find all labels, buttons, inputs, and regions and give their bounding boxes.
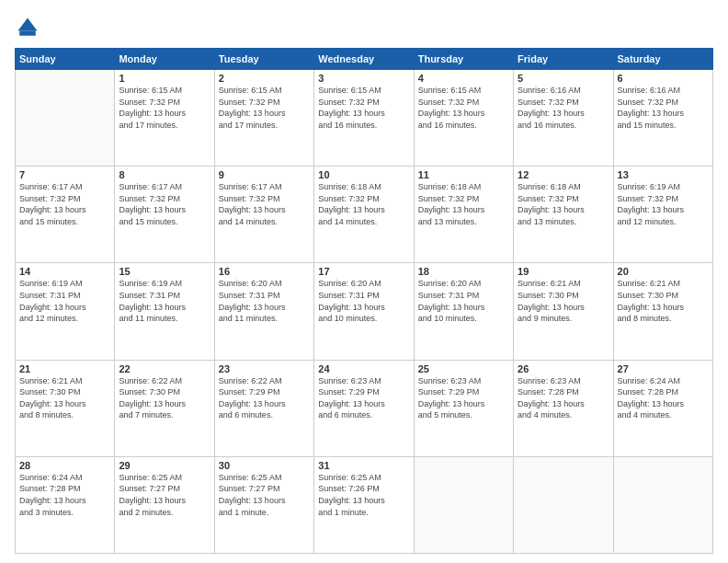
cell-info: Sunrise: 6:20 AM Sunset: 7:31 PM Dayligh…	[318, 278, 409, 324]
day-number: 19	[518, 266, 609, 277]
cell-info: Sunrise: 6:18 AM Sunset: 7:32 PM Dayligh…	[418, 181, 509, 227]
col-wednesday: Wednesday	[314, 49, 414, 70]
table-row: 29Sunrise: 6:25 AM Sunset: 7:27 PM Dayli…	[115, 456, 214, 553]
day-number: 10	[318, 169, 409, 180]
table-row: 14Sunrise: 6:19 AM Sunset: 7:31 PM Dayli…	[16, 263, 115, 360]
table-row	[414, 456, 513, 553]
cell-info: Sunrise: 6:22 AM Sunset: 7:29 PM Dayligh…	[219, 375, 310, 421]
cell-info: Sunrise: 6:17 AM Sunset: 7:32 PM Dayligh…	[219, 181, 310, 227]
table-row: 10Sunrise: 6:18 AM Sunset: 7:32 PM Dayli…	[314, 167, 414, 263]
table-row: 6Sunrise: 6:16 AM Sunset: 7:32 PM Daylig…	[613, 70, 712, 167]
day-number: 24	[318, 363, 409, 374]
day-number: 23	[219, 363, 310, 374]
day-number: 16	[219, 266, 310, 277]
table-row: 25Sunrise: 6:23 AM Sunset: 7:29 PM Dayli…	[414, 360, 513, 456]
day-number: 25	[418, 363, 509, 374]
cell-info: Sunrise: 6:19 AM Sunset: 7:32 PM Dayligh…	[618, 181, 709, 227]
table-row: 21Sunrise: 6:21 AM Sunset: 7:30 PM Dayli…	[16, 360, 115, 456]
day-number: 18	[418, 266, 509, 277]
day-number: 1	[119, 73, 210, 84]
day-number: 30	[219, 460, 310, 471]
day-number: 3	[318, 73, 409, 84]
table-row: 31Sunrise: 6:25 AM Sunset: 7:26 PM Dayli…	[314, 456, 414, 553]
cell-info: Sunrise: 6:15 AM Sunset: 7:32 PM Dayligh…	[318, 85, 409, 131]
calendar-header-row: Sunday Monday Tuesday Wednesday Thursday…	[16, 49, 713, 70]
table-row: 15Sunrise: 6:19 AM Sunset: 7:31 PM Dayli…	[115, 263, 214, 360]
table-row: 16Sunrise: 6:20 AM Sunset: 7:31 PM Dayli…	[214, 263, 313, 360]
table-row: 4Sunrise: 6:15 AM Sunset: 7:32 PM Daylig…	[414, 70, 513, 167]
table-row: 11Sunrise: 6:18 AM Sunset: 7:32 PM Dayli…	[414, 167, 513, 263]
calendar-week-row: 7Sunrise: 6:17 AM Sunset: 7:32 PM Daylig…	[16, 167, 713, 263]
table-row: 1Sunrise: 6:15 AM Sunset: 7:32 PM Daylig…	[115, 70, 214, 167]
header	[15, 15, 713, 40]
day-number: 28	[19, 460, 110, 471]
cell-info: Sunrise: 6:25 AM Sunset: 7:26 PM Dayligh…	[318, 472, 409, 518]
col-thursday: Thursday	[414, 49, 513, 70]
svg-marker-0	[18, 18, 38, 31]
calendar-week-row: 14Sunrise: 6:19 AM Sunset: 7:31 PM Dayli…	[16, 263, 713, 360]
cell-info: Sunrise: 6:15 AM Sunset: 7:32 PM Dayligh…	[418, 85, 509, 131]
page: Sunday Monday Tuesday Wednesday Thursday…	[0, 0, 728, 563]
cell-info: Sunrise: 6:24 AM Sunset: 7:28 PM Dayligh…	[19, 472, 110, 518]
cell-info: Sunrise: 6:17 AM Sunset: 7:32 PM Dayligh…	[19, 181, 110, 227]
day-number: 12	[518, 169, 609, 180]
cell-info: Sunrise: 6:15 AM Sunset: 7:32 PM Dayligh…	[119, 85, 210, 131]
cell-info: Sunrise: 6:20 AM Sunset: 7:31 PM Dayligh…	[219, 278, 310, 324]
table-row: 26Sunrise: 6:23 AM Sunset: 7:28 PM Dayli…	[514, 360, 613, 456]
table-row	[613, 456, 712, 553]
table-row	[16, 70, 115, 167]
logo	[15, 15, 44, 40]
cell-info: Sunrise: 6:16 AM Sunset: 7:32 PM Dayligh…	[518, 85, 609, 131]
table-row: 22Sunrise: 6:22 AM Sunset: 7:30 PM Dayli…	[115, 360, 214, 456]
calendar-week-row: 21Sunrise: 6:21 AM Sunset: 7:30 PM Dayli…	[16, 360, 713, 456]
col-tuesday: Tuesday	[214, 49, 313, 70]
day-number: 8	[119, 169, 210, 180]
cell-info: Sunrise: 6:25 AM Sunset: 7:27 PM Dayligh…	[219, 472, 310, 518]
table-row: 17Sunrise: 6:20 AM Sunset: 7:31 PM Dayli…	[314, 263, 414, 360]
day-number: 17	[318, 266, 409, 277]
table-row: 23Sunrise: 6:22 AM Sunset: 7:29 PM Dayli…	[214, 360, 313, 456]
table-row: 5Sunrise: 6:16 AM Sunset: 7:32 PM Daylig…	[514, 70, 613, 167]
table-row: 12Sunrise: 6:18 AM Sunset: 7:32 PM Dayli…	[514, 167, 613, 263]
cell-info: Sunrise: 6:18 AM Sunset: 7:32 PM Dayligh…	[518, 181, 609, 227]
table-row: 28Sunrise: 6:24 AM Sunset: 7:28 PM Dayli…	[16, 456, 115, 553]
table-row: 8Sunrise: 6:17 AM Sunset: 7:32 PM Daylig…	[115, 167, 214, 263]
cell-info: Sunrise: 6:23 AM Sunset: 7:29 PM Dayligh…	[418, 375, 509, 421]
logo-icon	[15, 15, 40, 40]
cell-info: Sunrise: 6:20 AM Sunset: 7:31 PM Dayligh…	[418, 278, 509, 324]
day-number: 26	[518, 363, 609, 374]
cell-info: Sunrise: 6:21 AM Sunset: 7:30 PM Dayligh…	[518, 278, 609, 324]
day-number: 6	[618, 73, 709, 84]
day-number: 31	[318, 460, 409, 471]
day-number: 2	[219, 73, 310, 84]
col-monday: Monday	[115, 49, 214, 70]
day-number: 20	[618, 266, 709, 277]
table-row: 20Sunrise: 6:21 AM Sunset: 7:30 PM Dayli…	[613, 263, 712, 360]
svg-rect-1	[19, 31, 36, 36]
day-number: 15	[119, 266, 210, 277]
cell-info: Sunrise: 6:21 AM Sunset: 7:30 PM Dayligh…	[19, 375, 110, 421]
cell-info: Sunrise: 6:24 AM Sunset: 7:28 PM Dayligh…	[618, 375, 709, 421]
table-row: 13Sunrise: 6:19 AM Sunset: 7:32 PM Dayli…	[613, 167, 712, 263]
day-number: 29	[119, 460, 210, 471]
cell-info: Sunrise: 6:17 AM Sunset: 7:32 PM Dayligh…	[119, 181, 210, 227]
day-number: 7	[19, 169, 110, 180]
table-row: 3Sunrise: 6:15 AM Sunset: 7:32 PM Daylig…	[314, 70, 414, 167]
day-number: 14	[19, 266, 110, 277]
col-sunday: Sunday	[16, 49, 115, 70]
table-row: 27Sunrise: 6:24 AM Sunset: 7:28 PM Dayli…	[613, 360, 712, 456]
day-number: 4	[418, 73, 509, 84]
table-row: 2Sunrise: 6:15 AM Sunset: 7:32 PM Daylig…	[214, 70, 313, 167]
cell-info: Sunrise: 6:19 AM Sunset: 7:31 PM Dayligh…	[19, 278, 110, 324]
table-row	[514, 456, 613, 553]
cell-info: Sunrise: 6:19 AM Sunset: 7:31 PM Dayligh…	[119, 278, 210, 324]
day-number: 22	[119, 363, 210, 374]
cell-info: Sunrise: 6:16 AM Sunset: 7:32 PM Dayligh…	[618, 85, 709, 131]
col-saturday: Saturday	[613, 49, 712, 70]
cell-info: Sunrise: 6:23 AM Sunset: 7:29 PM Dayligh…	[318, 375, 409, 421]
cell-info: Sunrise: 6:18 AM Sunset: 7:32 PM Dayligh…	[318, 181, 409, 227]
col-friday: Friday	[514, 49, 613, 70]
table-row: 18Sunrise: 6:20 AM Sunset: 7:31 PM Dayli…	[414, 263, 513, 360]
day-number: 21	[19, 363, 110, 374]
table-row: 9Sunrise: 6:17 AM Sunset: 7:32 PM Daylig…	[214, 167, 313, 263]
